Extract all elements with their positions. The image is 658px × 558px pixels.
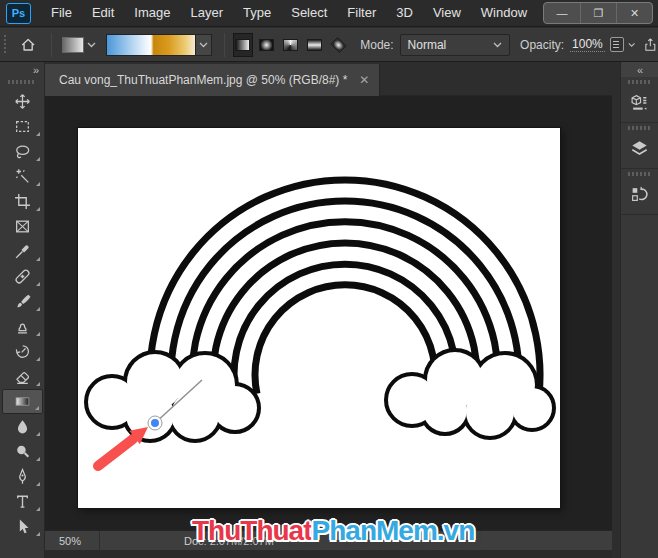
document-tab[interactable]: Cau vong_ThuThuatPhanMem.jpg @ 50% (RGB/… [45, 64, 380, 96]
options-bar: Mode: Normal Opacity: 100% [0, 28, 658, 62]
gradient-type-linear-button[interactable] [233, 33, 253, 57]
chevron-down-icon [199, 42, 208, 48]
gradient-picker-chevron[interactable] [195, 35, 211, 55]
zoom-level-field[interactable]: 50% [45, 531, 100, 550]
menu-file[interactable]: File [41, 0, 82, 26]
blend-mode-select[interactable]: Normal [400, 34, 510, 56]
gradient-start-dot [151, 419, 159, 427]
gradient-type-diamond-button[interactable] [328, 33, 348, 57]
menu-3d[interactable]: 3D [386, 0, 423, 26]
panel-layers-button[interactable] [625, 135, 655, 161]
menu-image[interactable]: Image [124, 0, 180, 26]
gradient-type-radial-button[interactable] [257, 33, 277, 57]
brush-icon [14, 293, 31, 310]
move-icon [14, 93, 31, 110]
menu-window[interactable]: Window [471, 0, 537, 26]
watermark-red-text: ThuThuat [192, 515, 312, 546]
tool-magic-wand[interactable] [2, 164, 43, 189]
tool-eyedropper[interactable] [2, 239, 43, 264]
menu-select[interactable]: Select [281, 0, 337, 26]
mode-label: Mode: [360, 38, 393, 52]
tab-close-icon[interactable]: ✕ [359, 73, 369, 87]
canvas-pasteboard [45, 96, 612, 530]
opacity-slider-icon[interactable] [610, 37, 624, 52]
lasso-icon [14, 143, 31, 160]
close-button[interactable]: ✕ [616, 3, 652, 23]
tool-preset-thumbnail [62, 37, 84, 53]
panel-collapse[interactable]: « [621, 62, 658, 77]
tool-pen[interactable] [2, 464, 43, 489]
crop-icon [14, 193, 31, 210]
reflected-gradient-icon [307, 39, 322, 51]
tools-panel: » [0, 62, 45, 558]
tool-crop[interactable] [2, 189, 43, 214]
panel-grip[interactable] [628, 126, 652, 130]
document-canvas[interactable] [78, 128, 560, 508]
window-controls: — ❐ ✕ [543, 2, 653, 24]
panel-grip[interactable] [628, 172, 652, 176]
tool-dodge[interactable] [2, 439, 43, 464]
watermark: ThuThuatPhanMem.vn [192, 515, 474, 547]
eyedropper-icon [14, 243, 31, 260]
magic-wand-icon [14, 168, 31, 185]
toolbar-grip[interactable] [8, 80, 36, 84]
toolbar-collapse[interactable]: » [0, 62, 44, 77]
menu-view[interactable]: View [423, 0, 471, 26]
opacity-input[interactable]: 100% [570, 37, 605, 52]
gradient-type-angle-button[interactable] [281, 33, 301, 57]
gradient-preview-control[interactable] [106, 34, 212, 56]
healing-brush-icon [14, 268, 31, 285]
document-artwork [78, 128, 560, 508]
share-icon[interactable] [643, 36, 658, 54]
gradient-type-reflected-button[interactable] [304, 33, 324, 57]
tool-spot-healing-brush[interactable] [2, 264, 43, 289]
opacity-label: Opacity: [520, 38, 564, 52]
photoshop-logo: Ps [6, 3, 31, 24]
tool-path-selection[interactable] [2, 514, 43, 539]
tool-rectangular-marquee[interactable] [2, 114, 43, 139]
frame-icon [14, 218, 31, 235]
tool-clone-stamp[interactable] [2, 314, 43, 339]
menu-filter[interactable]: Filter [337, 0, 386, 26]
annotation-arrow [98, 427, 148, 466]
tool-type[interactable] [2, 489, 43, 514]
properties-icon [630, 93, 649, 112]
selection-arrow-icon [14, 518, 31, 535]
type-icon [14, 493, 31, 510]
document-tab-title: Cau vong_ThuThuatPhanMem.jpg @ 50% (RGB/… [59, 73, 347, 87]
menu-layer[interactable]: Layer [181, 0, 234, 26]
options-grip [4, 35, 6, 55]
tool-blur[interactable] [2, 414, 43, 439]
tool-frame[interactable] [2, 214, 43, 239]
blur-drop-icon [14, 418, 31, 435]
watermark-blue-text: PhanMem.vn [312, 515, 475, 546]
eraser-icon [14, 368, 31, 385]
gradient-icon [14, 393, 31, 410]
radial-gradient-icon [259, 39, 274, 51]
tool-brush[interactable] [2, 289, 43, 314]
tool-gradient[interactable] [2, 389, 43, 414]
panel-history-button[interactable] [625, 181, 655, 207]
menu-edit[interactable]: Edit [82, 0, 124, 26]
panel-properties-button[interactable] [625, 89, 655, 115]
blend-mode-value: Normal [408, 38, 447, 52]
menu-type[interactable]: Type [233, 0, 281, 26]
minimize-button[interactable]: — [544, 3, 580, 23]
home-icon[interactable] [20, 35, 36, 55]
photoshop-window: Ps File Edit Image Layer Type Select Fil… [0, 0, 658, 558]
tool-preset-picker[interactable] [62, 37, 96, 53]
pen-icon [14, 468, 31, 485]
tool-move[interactable] [2, 89, 43, 114]
tool-eraser[interactable] [2, 364, 43, 389]
chevron-down-icon[interactable] [628, 42, 635, 48]
separator [224, 33, 225, 57]
tool-lasso[interactable] [2, 139, 43, 164]
chevron-down-icon [87, 42, 96, 48]
diamond-gradient-icon [330, 36, 346, 52]
tool-history-brush[interactable] [2, 339, 43, 364]
right-cloud [388, 352, 552, 436]
marquee-icon [14, 118, 31, 135]
layers-icon [630, 139, 649, 158]
panel-grip[interactable] [628, 80, 652, 84]
maximize-button[interactable]: ❐ [580, 3, 616, 23]
